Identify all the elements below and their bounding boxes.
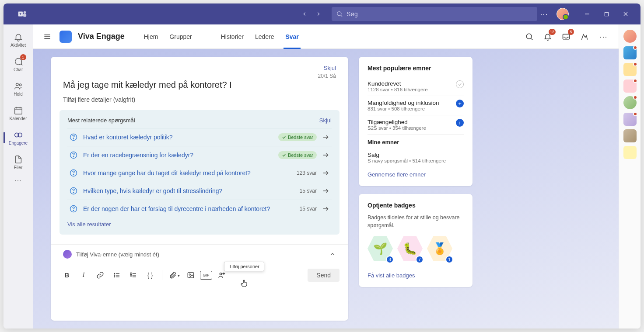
window-close-button[interactable]: [616, 3, 635, 24]
image-button[interactable]: [183, 268, 198, 283]
rail-app-icon[interactable]: [623, 146, 637, 159]
topic-item[interactable]: Kundedrevet1128 svar • 816 tilhængere: [368, 77, 464, 96]
header-share-button[interactable]: [578, 30, 592, 44]
bullet-list-button[interactable]: [109, 268, 124, 283]
topic-item[interactable]: SalgS navy spørgsmål • 514 tilhængere: [368, 148, 464, 167]
number-list-button[interactable]: 12: [126, 268, 141, 283]
rail-app-icon[interactable]: [623, 129, 637, 142]
compose-card: Skjul 20/1 Så Må jeg tage mit kæledyr me…: [51, 57, 348, 321]
view-all-results-link[interactable]: Vis alle resultater: [67, 221, 332, 228]
rail-app-icon[interactable]: [623, 46, 637, 59]
question-details-input[interactable]: Tilføj flere detaljer (valgfrit): [63, 96, 336, 103]
tab-leaders[interactable]: Ledere: [255, 24, 274, 48]
code-button[interactable]: { }: [143, 268, 158, 283]
window-minimize-button[interactable]: [578, 3, 597, 24]
rail-files[interactable]: Filer: [6, 150, 31, 174]
related-question-item[interactable]: Er der nogen der har et forslag til dyre…: [67, 200, 332, 218]
bell-icon: [14, 32, 23, 42]
svg-point-41: [114, 277, 115, 277]
related-question-item[interactable]: Hvad er kontoret kæledyr politik? Bedste…: [67, 128, 332, 146]
related-question-item[interactable]: Hvor mange gange har du taget dit kæledy…: [67, 164, 332, 182]
window-maximize-button[interactable]: [597, 3, 616, 24]
rail-engage[interactable]: Engagere: [6, 126, 31, 149]
svg-point-39: [114, 273, 115, 274]
rail-app-icon[interactable]: [623, 63, 637, 76]
rail-label: Hold: [14, 92, 23, 97]
topic-item[interactable]: TilgængelighedS2S svar • 354 tilhængere …: [368, 115, 464, 135]
attach-button[interactable]: ▾: [167, 268, 182, 283]
related-question-text: Er der nogen der har et forslag til dyre…: [83, 205, 290, 212]
header-inbox-button[interactable]: 5: [559, 30, 573, 44]
bold-button[interactable]: B: [60, 268, 74, 283]
user-avatar[interactable]: [556, 8, 569, 20]
engage-icon: [14, 130, 23, 140]
add-topic-row[interactable]: Tilføj Viva-emne (vælg mindst ét): [51, 244, 348, 264]
nav-forward-button[interactable]: [312, 8, 325, 20]
best-answer-badge: Bedste svar: [278, 133, 317, 141]
question-icon: [69, 187, 78, 195]
chevron-up-icon: [329, 251, 336, 258]
svg-point-34: [73, 192, 74, 193]
badge-item[interactable]: 🌱3: [368, 235, 393, 263]
header-search-button[interactable]: [522, 30, 536, 44]
svg-rect-23: [563, 34, 570, 39]
svg-line-22: [531, 38, 532, 40]
nav-back-button[interactable]: [298, 8, 311, 20]
search-input[interactable]: Søg: [332, 7, 537, 21]
gif-button[interactable]: GIF: [200, 271, 212, 280]
topic-icon: [63, 250, 72, 259]
related-question-item[interactable]: Er der en racebegrænsning for kæledyr? B…: [67, 146, 332, 164]
arrow-right-icon: [322, 169, 330, 177]
header-notifications-button[interactable]: 12: [541, 30, 555, 44]
tab-answers[interactable]: Svar: [285, 24, 298, 48]
svg-point-1: [24, 11, 26, 14]
add-icon[interactable]: +: [456, 119, 464, 127]
badges-card: Optjente badges Badges tildeles for at s…: [359, 194, 472, 287]
italic-button[interactable]: I: [76, 268, 91, 283]
related-question-item[interactable]: Hvilken type, hvis kæledyr er godt til s…: [67, 182, 332, 200]
rail-app-icon[interactable]: [623, 113, 637, 126]
header-more-button[interactable]: ⋯: [596, 30, 611, 43]
tab-groups[interactable]: Grupper: [169, 24, 192, 48]
related-question-text: Hvad er kontoret kæledyr politik?: [83, 134, 273, 141]
rail-avatar[interactable]: [623, 30, 637, 43]
related-question-text: Hvilken type, hvis kæledyr er godt til s…: [83, 187, 290, 194]
rail-activity[interactable]: Aktivitet: [6, 28, 31, 52]
rail-label: Engagere: [9, 141, 28, 145]
svg-point-51: [189, 274, 190, 275]
cursor-icon: [240, 278, 249, 288]
related-hide-link[interactable]: Skjul: [319, 117, 332, 124]
rail-more-button[interactable]: ⋯: [14, 176, 22, 185]
badge-item[interactable]: 🐛7: [397, 235, 423, 263]
rail-label: Filer: [14, 165, 22, 170]
badge-item[interactable]: 🏅1: [427, 235, 452, 263]
tab-stories[interactable]: Historier: [221, 24, 244, 48]
svg-point-10: [16, 83, 18, 86]
question-title-input[interactable]: Må jeg tage mit kæledyr med på kontoret?…: [63, 80, 336, 90]
add-topic-label: Tilføj Viva-emne (vælg mindst ét): [76, 251, 159, 258]
svg-rect-50: [188, 273, 194, 278]
send-button[interactable]: Send: [308, 269, 340, 282]
rail-teams[interactable]: Hold: [6, 77, 31, 100]
badges-title: Optjente badges: [368, 202, 464, 209]
search-placeholder: Søg: [346, 10, 358, 17]
view-all-badges-link[interactable]: Få vist alle badges: [368, 272, 415, 279]
right-rail: [619, 24, 640, 329]
topic-item[interactable]: Mangfoldighed og inklusion831 svar • 508…: [368, 96, 464, 115]
titlebar-more-button[interactable]: ⋯: [537, 7, 550, 21]
tab-home[interactable]: Hjem: [144, 24, 158, 48]
browse-topics-link[interactable]: Gennemse flere emner: [368, 171, 426, 178]
rail-avatar[interactable]: [623, 96, 637, 109]
hamburger-button[interactable]: [41, 31, 53, 43]
file-icon: [14, 155, 23, 164]
rail-app-icon[interactable]: [623, 80, 637, 93]
add-icon[interactable]: +: [456, 100, 464, 107]
question-icon: [69, 133, 78, 142]
compose-hide-link[interactable]: Skjul: [324, 65, 336, 71]
link-button[interactable]: [93, 268, 108, 283]
rail-calendar[interactable]: Kalender: [6, 101, 31, 125]
question-icon: [69, 169, 78, 177]
toolbar-separator: [162, 270, 162, 280]
related-question-text: Er der en racebegrænsning for kæledyr?: [83, 152, 273, 159]
rail-chat[interactable]: 1 Chat: [6, 52, 31, 76]
